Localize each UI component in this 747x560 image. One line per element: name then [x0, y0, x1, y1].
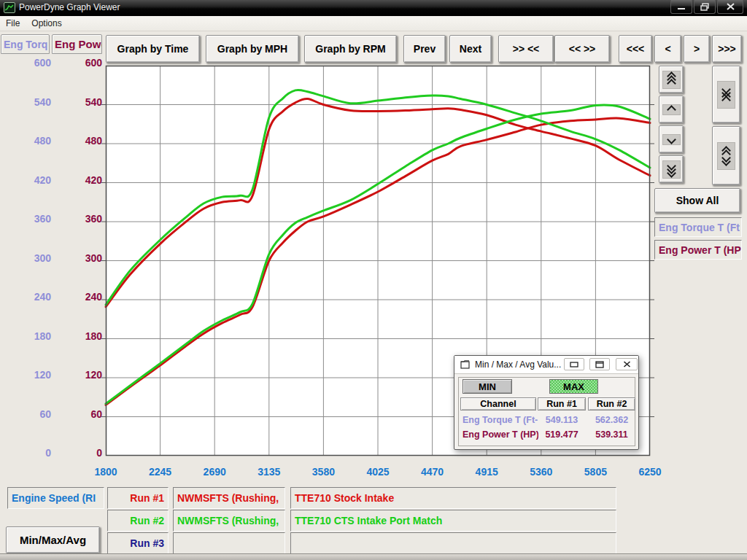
scroll-right-fast-button[interactable]: >>> — [712, 35, 742, 63]
minmax-column-run1[interactable]: Run #1 — [538, 397, 586, 411]
prev-button[interactable]: Prev — [403, 35, 446, 63]
rpm-axis-tick: 6250 — [624, 466, 676, 478]
expand-x-button[interactable]: << >> — [554, 35, 610, 63]
rpm-axis-tick: 2690 — [189, 466, 240, 478]
torque-axis-tick: 420 — [0, 174, 51, 186]
close-button[interactable] — [717, 0, 743, 14]
minimize-button[interactable] — [670, 0, 692, 14]
torque-axis-tick: 600 — [0, 57, 51, 69]
rpm-axis-tick: 4470 — [407, 466, 458, 478]
chevrons-up-triple-icon — [662, 71, 681, 89]
tab-eng-torque-label: Eng Torq — [4, 39, 47, 50]
toolbar-button-label: Next — [460, 43, 481, 55]
chevron-down — [667, 135, 676, 144]
tab-eng-torque[interactable]: Eng Torq — [1, 34, 50, 54]
x-channel-field[interactable]: Engine Speed (RI — [7, 487, 104, 509]
run-label-text: Run #1 — [130, 492, 164, 504]
tab-eng-power-label: Eng Powe — [55, 38, 102, 50]
torque-axis-tick: 360 — [0, 213, 51, 225]
power-axis-tick: 120 — [47, 369, 102, 381]
minmax-column-channel[interactable]: Channel — [460, 397, 536, 411]
y-zoom-out-button[interactable] — [712, 126, 740, 185]
scroll-left-fast-button[interactable]: <<< — [619, 35, 652, 63]
minmax-column-run2-label: Run #2 — [597, 399, 627, 409]
torque-axis-tick: 0 — [0, 447, 51, 459]
rpm-axis-tick: 3135 — [244, 466, 295, 478]
graph-by-mph-button[interactable]: Graph by MPH — [206, 35, 299, 63]
y-zoom-in-button[interactable] — [712, 66, 740, 123]
scroll-left-button[interactable]: < — [654, 35, 681, 63]
minmax-row-run2-value: 562.362 — [588, 415, 635, 425]
toolbar-button-label: > — [694, 43, 700, 55]
run-source-field-2[interactable]: NWMSFTS (Rushing, — [173, 510, 285, 532]
scroll-right-button[interactable]: > — [684, 35, 710, 63]
show-all-button[interactable]: Show All — [654, 188, 740, 213]
compress-x-button[interactable]: >> << — [498, 35, 554, 63]
tab-eng-power[interactable]: Eng Powe — [52, 34, 102, 54]
dialog-close-button[interactable] — [616, 358, 638, 370]
run-source-field-1[interactable]: NWMSFTS (Rushing, — [173, 487, 285, 509]
chevrons-down-triple-icon — [662, 160, 681, 179]
minmax-row-run1-value: 549.113 — [538, 415, 586, 425]
maximize-button[interactable] — [694, 0, 716, 14]
run-label-text: Run #2 — [130, 515, 164, 526]
run-label-2: Run #2 — [107, 510, 169, 532]
y-scroll-bottom-button[interactable] — [659, 155, 684, 183]
toolbar-button-label: >>> — [718, 43, 736, 55]
torque-axis-tick: 180 — [0, 330, 51, 342]
toolbar-button-label: >> << — [513, 43, 540, 55]
graph-by-rpm-button[interactable]: Graph by RPM — [304, 35, 397, 63]
menu-options[interactable]: Options — [26, 17, 67, 30]
run-label-3: Run #3 — [107, 532, 169, 554]
toolbar-button-label: Prev — [414, 43, 436, 55]
rpm-axis-tick: 3580 — [298, 466, 349, 478]
run-description-text: TTE710 Stock Intake — [295, 492, 394, 504]
title-bar[interactable]: PowerDyne Graph Viewer — [0, 0, 747, 16]
rpm-axis-tick: 5360 — [516, 466, 567, 478]
channel-field-power[interactable]: Eng Power T (HP — [654, 240, 742, 260]
minmax-avg-button[interactable]: Min/Max/Avg — [6, 526, 100, 553]
max-toggle-label: MAX — [563, 381, 584, 392]
power-axis-tick: 600 — [47, 57, 102, 69]
run-description-field-1[interactable]: TTE710 Stock Intake — [290, 487, 616, 509]
rpm-axis-tick: 4915 — [461, 466, 512, 478]
toolbar-button-label: Graph by RPM — [315, 43, 385, 55]
minmax-column-run1-label: Run #1 — [546, 399, 577, 409]
dialog-minimize-button[interactable] — [564, 358, 584, 370]
minmax-column-run2[interactable]: Run #2 — [588, 397, 635, 411]
minmax-dialog-titlebar[interactable]: Min / Max / Avg Valu... — [454, 356, 638, 374]
rpm-axis-tick: 1800 — [80, 466, 131, 478]
max-toggle-button[interactable]: MAX — [549, 379, 598, 394]
min-toggle-button[interactable]: MIN — [462, 379, 512, 394]
chevrons-expand-icon — [717, 142, 735, 170]
toolbar-button-label: Graph by Time — [117, 43, 189, 55]
next-button[interactable]: Next — [449, 35, 492, 63]
graph-by-time-button[interactable]: Graph by Time — [106, 35, 200, 63]
channel-field-torque[interactable]: Eng Torque T (Ft — [654, 217, 742, 237]
power-axis-tick: 240 — [47, 291, 102, 303]
toolbar-button-label: < — [665, 43, 670, 55]
power-axis-tick: 60 — [47, 408, 102, 420]
run-description-field-2[interactable]: TTE710 CTS Intake Port Match — [290, 510, 616, 532]
toolbar-button-label: <<< — [627, 43, 645, 55]
run-description-field-3[interactable] — [290, 532, 616, 554]
channel-field-power-label: Eng Power T (HP — [659, 244, 741, 256]
dialog-maximize-button[interactable] — [589, 358, 610, 370]
y-scroll-down-button[interactable] — [659, 125, 684, 153]
chevron-up-icon — [662, 104, 681, 115]
power-axis-tick: 360 — [47, 213, 102, 225]
y-scroll-top-button[interactable] — [659, 66, 684, 93]
toolbar-button-label: << >> — [569, 43, 596, 55]
minmax-column-channel-label: Channel — [480, 399, 516, 409]
power-axis-tick: 540 — [47, 96, 102, 108]
minmax-avg-label: Min/Max/Avg — [20, 534, 86, 546]
minmax-dialog-title: Min / Max / Avg Valu... — [475, 359, 561, 370]
run-source-field-3[interactable] — [173, 532, 285, 554]
power-axis-tick: 0 — [47, 447, 102, 459]
chevron-down-icon — [662, 134, 681, 145]
y-scroll-up-button[interactable] — [659, 96, 684, 123]
menu-file[interactable]: File — [0, 17, 26, 30]
minmax-row-run2-value: 539.311 — [588, 429, 635, 440]
run-description-text: TTE710 CTS Intake Port Match — [295, 515, 442, 526]
menu-bar: File Options — [0, 16, 747, 31]
